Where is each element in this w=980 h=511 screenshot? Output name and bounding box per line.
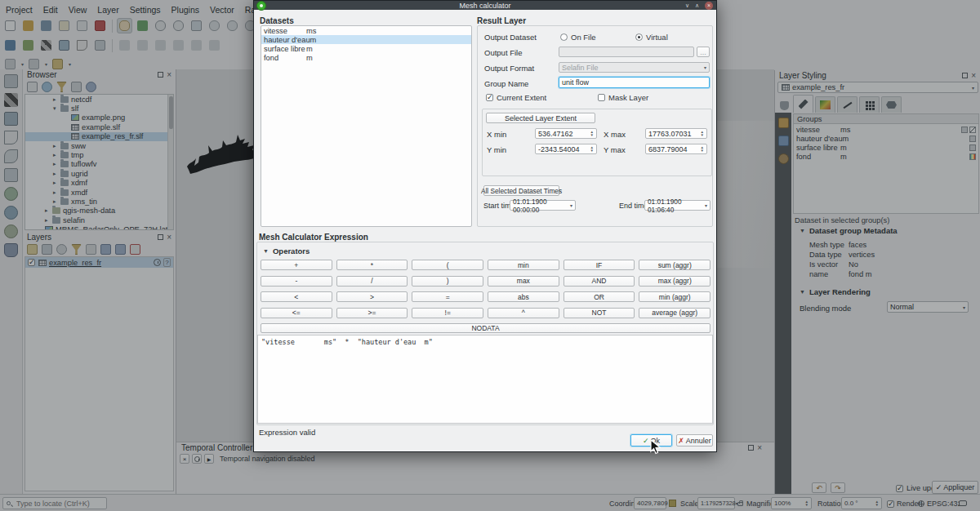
spin-down-icon[interactable]: ▼	[701, 134, 704, 137]
start-time-value: 01.01.1900 00:00:00	[513, 198, 570, 214]
selected-layer-extent-button[interactable]: Selected Layer Extent	[486, 113, 595, 123]
cancel-button[interactable]: ✗ Annuler	[676, 434, 713, 447]
qgis-logo-icon	[256, 1, 266, 11]
mask-layer-checkbox[interactable]	[598, 94, 605, 101]
datasets-header: Datasets	[260, 16, 294, 25]
end-time-value: 01.01.1900 01:06:40	[648, 198, 705, 214]
group-name-value: unit flow	[562, 78, 589, 87]
window-close-icon[interactable]: ×	[705, 2, 713, 10]
group-name-input[interactable]: unit flow	[559, 77, 710, 88]
operators-grid: + * ( min IF sum (aggr) - / ) max AND ma…	[261, 260, 710, 323]
dataset-unit: m	[306, 45, 313, 53]
op-less-equal-button[interactable]: <=	[261, 308, 332, 318]
extent-button-label: Selected Layer Extent	[505, 114, 577, 122]
ymax-label: Y max	[604, 145, 626, 154]
dialog-titlebar[interactable]: Mesh calculator	[254, 1, 716, 10]
result-layer-header: Result Layer	[477, 16, 526, 25]
spin-down-icon[interactable]: ▼	[701, 149, 704, 153]
op-equals-button[interactable]: =	[412, 291, 483, 302]
spin-down-icon[interactable]: ▼	[590, 149, 594, 153]
ymin-value: -2343.54004	[538, 145, 580, 153]
dataset-item-vitesse[interactable]: vitessems	[261, 26, 471, 35]
spin-down-icon[interactable]: ▼	[590, 134, 594, 137]
op-close-paren-button[interactable]: )	[412, 276, 483, 287]
op-sum-aggr-button[interactable]: sum (aggr)	[639, 260, 710, 270]
virtual-label: Virtual	[646, 33, 668, 42]
dialog-title: Mesh calculator	[459, 2, 510, 10]
op-min-aggr-button[interactable]: min (aggr)	[639, 291, 710, 302]
xmin-input[interactable]: 536.47162▲▼	[535, 128, 597, 139]
expression-header: Mesh Calculator Expression	[259, 233, 368, 242]
op-less-than-button[interactable]: <	[261, 291, 332, 302]
op-greater-equal-button[interactable]: >=	[336, 308, 408, 318]
window-unshade-icon[interactable]: ∧	[695, 2, 699, 9]
cancel-button-label: Annuler	[686, 437, 711, 445]
ymin-label: Y min	[487, 145, 506, 154]
operators-section-header[interactable]: ▼ Operators	[263, 247, 310, 256]
current-extent-checkbox[interactable]	[486, 94, 493, 101]
op-open-paren-button[interactable]: (	[412, 260, 483, 270]
datasets-list[interactable]: vitessems hauteur d'eaum surface librem …	[261, 25, 472, 227]
op-multiply-button[interactable]: *	[336, 260, 408, 270]
op-if-button[interactable]: IF	[564, 260, 635, 270]
dataset-unit: ms	[306, 27, 316, 35]
ymax-input[interactable]: 6837.79004▲▼	[645, 144, 707, 154]
op-max-button[interactable]: max	[488, 276, 559, 287]
end-time-select[interactable]: 01.01.1900 01:06:40▾	[644, 200, 710, 211]
ymax-value: 6837.79004	[648, 145, 688, 153]
browse-label: ...	[700, 48, 706, 56]
mesh-calculator-dialog: Mesh calculator ∨ ∧ × Datasets vitessems…	[253, 0, 717, 452]
op-power-button[interactable]: ^	[488, 308, 559, 318]
dataset-name: surface libre	[264, 45, 306, 53]
dataset-item-fond[interactable]: fondm	[261, 53, 471, 62]
check-icon: ✓	[643, 437, 649, 445]
on-file-label: On File	[571, 33, 596, 42]
op-nodata-button[interactable]: NODATA	[261, 323, 710, 333]
xmax-label: X max	[604, 130, 626, 139]
chevron-down-icon: ▾	[705, 202, 707, 208]
output-file-input[interactable]	[559, 47, 694, 57]
output-format-select[interactable]: Selafin File▾	[559, 62, 710, 73]
op-abs-button[interactable]: abs	[488, 291, 559, 302]
xmin-label: X min	[487, 130, 506, 139]
expression-textarea[interactable]: "vitesse ms" * "hauteur d'eau m"	[257, 335, 713, 424]
ymin-input[interactable]: -2343.54004▲▼	[535, 144, 597, 154]
op-divide-button[interactable]: /	[336, 276, 408, 287]
x-icon: ✗	[678, 437, 684, 445]
output-format-label: Output Format	[484, 64, 534, 73]
op-or-button[interactable]: OR	[564, 291, 635, 302]
output-format-value: Selafin File	[562, 64, 599, 72]
dataset-item-surface-libre[interactable]: surface librem	[261, 44, 471, 53]
dataset-item-hauteur[interactable]: hauteur d'eaum	[261, 35, 471, 44]
op-not-button[interactable]: NOT	[564, 308, 635, 318]
dataset-name: vitesse	[264, 27, 306, 35]
times-button-label: All Selected Dataset Times	[481, 187, 562, 195]
op-minus-button[interactable]: -	[261, 276, 332, 287]
op-max-aggr-button[interactable]: max (aggr)	[639, 276, 710, 287]
op-average-aggr-button[interactable]: average (aggr)	[639, 308, 710, 318]
all-dataset-times-button[interactable]: All Selected Dataset Times	[483, 185, 559, 196]
op-and-button[interactable]: AND	[564, 276, 635, 287]
mask-layer-label: Mask Layer	[608, 93, 648, 102]
output-dataset-label: Output Dataset	[484, 33, 537, 42]
xmin-value: 536.47162	[538, 130, 573, 138]
operators-header-label: Operators	[273, 247, 310, 256]
dataset-name: hauteur d'eau	[264, 36, 310, 44]
op-min-button[interactable]: min	[488, 260, 559, 270]
start-time-select[interactable]: 01.01.1900 00:00:00▾	[510, 200, 576, 211]
dataset-unit: m	[310, 36, 317, 44]
virtual-radio[interactable]	[635, 33, 643, 41]
current-extent-label: Current Extent	[497, 93, 546, 102]
xmax-value: 17763.07031	[648, 130, 692, 138]
op-plus-button[interactable]: +	[261, 260, 332, 270]
op-not-equal-button[interactable]: !=	[412, 308, 483, 318]
chevron-down-icon: ▾	[704, 64, 706, 70]
browse-output-file-button[interactable]: ...	[697, 47, 710, 57]
op-greater-than-button[interactable]: >	[336, 291, 408, 302]
group-name-label: Group Name	[484, 79, 528, 88]
chevron-down-icon: ▼	[263, 248, 269, 254]
on-file-radio[interactable]	[560, 33, 568, 41]
output-file-label: Output File	[484, 48, 522, 57]
xmax-input[interactable]: 17763.07031▲▼	[645, 128, 707, 139]
window-shade-icon[interactable]: ∨	[685, 2, 689, 9]
